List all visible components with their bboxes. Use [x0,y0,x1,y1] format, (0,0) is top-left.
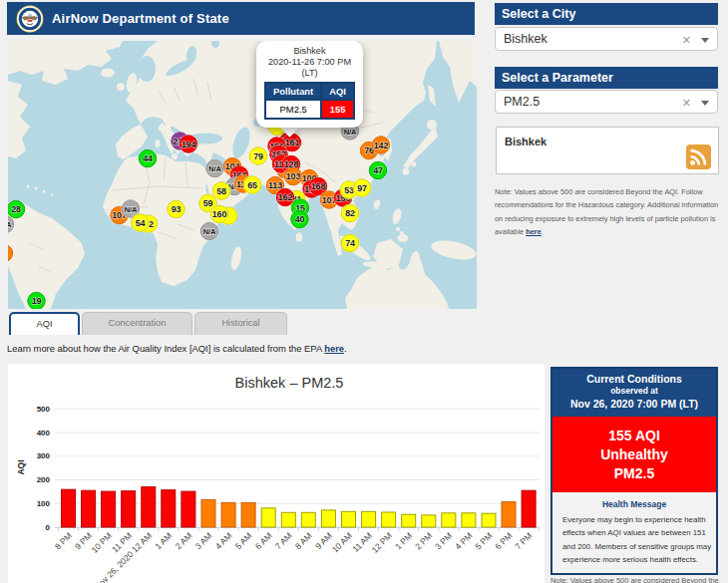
bar[interactable] [402,514,416,527]
bar[interactable] [482,513,496,527]
sidebar-note: Note: Values above 500 are considered Be… [495,185,726,238]
svg-text:40: 40 [295,214,305,224]
popup-city: Bishkek [256,41,363,57]
aqi-marker[interactable]: N/A [199,221,219,241]
page-title: AirNow Department of State [52,11,229,26]
city-clear-icon[interactable]: ✕ [682,29,691,51]
bar[interactable] [522,490,536,527]
x-tick-label: 3 PM [433,530,454,551]
app-header: AirNow Department of State [7,2,475,35]
bar[interactable] [301,512,315,527]
bar[interactable] [502,502,516,527]
current-conditions-title: Current Conditions [552,373,716,385]
tab-historical[interactable]: Historical [194,312,287,335]
aqi-marker[interactable]: 44 [138,148,158,168]
map-basemap: 2141944479N/A104161N/A114655859160N/A931… [8,41,477,309]
tab-concentration[interactable]: Concentration [82,312,192,335]
aqi-marker[interactable]: 93 [167,199,186,219]
health-message-title: Health Message [552,499,716,509]
svg-text:97: 97 [357,183,367,193]
rss-icon[interactable] [686,145,711,169]
health-message-text: Everyone may begin to experience health … [562,513,716,566]
x-tick-label: 1 AM [153,530,174,551]
x-tick-label: 5 AM [233,530,254,551]
aqi-marker[interactable]: 47 [368,160,388,180]
popup-table: Pollutant AQI PM2.5 155 [264,82,355,120]
rss-city-label: Bishkek [497,128,718,147]
aqi-marker[interactable]: 194 [179,135,198,154]
svg-text:161: 161 [285,138,300,147]
y-tick-label: 100 [37,499,51,508]
bar[interactable] [462,513,476,527]
x-tick-label: 7 AM [273,530,294,551]
aqi-marker[interactable]: 40 [290,209,310,229]
bar[interactable] [281,512,295,527]
tab-aqi[interactable]: AQI [9,312,80,335]
svg-text:N/A: N/A [125,205,138,214]
x-tick-label: 2 AM [174,530,194,551]
x-tick-label: 8 AM [293,530,314,551]
x-tick-label: 11 AM [350,530,374,554]
x-tick-label: 6 AM [253,530,274,551]
popup-datetime: 2020-11-26 7:00 PM [256,57,363,68]
aqi-marker[interactable]: 142 [371,136,391,155]
aqi-marker[interactable]: 97 [352,178,372,198]
x-tick-label: 3 AM [193,530,214,551]
svg-text:142: 142 [374,141,389,150]
bar[interactable] [62,489,76,527]
svg-text:28: 28 [11,204,21,214]
bar[interactable] [321,510,335,527]
bar[interactable] [162,490,176,527]
bar[interactable] [362,511,376,527]
x-tick-label: 5 PM [473,530,494,551]
bar[interactable] [442,513,456,527]
y-tick-label: 300 [37,451,51,460]
aqi-marker[interactable]: 82 [340,203,360,223]
aqi-marker[interactable]: 54 [131,213,151,233]
bar[interactable] [241,503,255,528]
x-tick-label: 12 PM [370,530,394,554]
bar[interactable] [201,499,215,527]
city-caret-icon[interactable] [701,38,709,43]
svg-text:58: 58 [216,186,226,196]
current-conditions-datetime: Nov 26, 2020 7:00 PM (LT) [552,398,716,410]
bar[interactable] [122,491,136,527]
rss-box: Bishkek [496,127,719,174]
aqi-marker[interactable]: 79 [248,146,268,166]
bar[interactable] [261,508,275,527]
bar[interactable] [422,515,436,527]
svg-text:79: 79 [253,151,263,161]
aqi-marker[interactable]: 160 [209,204,229,224]
bar[interactable] [142,487,156,527]
world-aqi-map[interactable]: 2141944479N/A104161N/A114655859160N/A931… [8,41,477,309]
aqi-bar-chart[interactable]: Bishkek – PM2.50100200300400500AQI8 PM9 … [8,364,545,583]
aqi-marker[interactable]: 65 [242,175,262,195]
svg-text:47: 47 [373,165,383,175]
bar[interactable] [382,512,396,527]
parameter-select[interactable]: PM2.5 ✕ [495,90,718,114]
x-tick-label: 7 PM [513,530,534,551]
parameter-caret-icon[interactable] [701,101,709,106]
bar[interactable] [221,503,235,528]
bar[interactable] [182,491,195,527]
svg-text:194: 194 [182,140,196,149]
sidebar-note-link[interactable]: here [526,227,542,236]
aqi-marker[interactable]: 74 [340,233,360,253]
svg-text:103: 103 [286,171,301,181]
bar[interactable] [82,490,96,527]
dos-seal-icon [16,5,44,33]
city-select[interactable]: Bishkek ✕ [495,27,718,51]
learn-more-link[interactable]: here [324,343,344,354]
svg-text:59: 59 [203,198,213,208]
bar[interactable] [102,491,116,527]
y-tick-label: 0 [46,523,51,532]
x-tick-label: 6 PM [493,530,514,551]
popup-timezone: (LT) [256,68,363,79]
city-select-value: Bishkek [504,32,547,46]
x-tick-label: 10 PM [90,530,114,554]
aqi-marker[interactable]: N/A [205,158,225,178]
select-parameter-header: Select a Parameter [495,67,718,89]
y-axis-title: AQI [16,459,26,474]
parameter-clear-icon[interactable]: ✕ [682,92,691,114]
bar[interactable] [342,511,356,527]
